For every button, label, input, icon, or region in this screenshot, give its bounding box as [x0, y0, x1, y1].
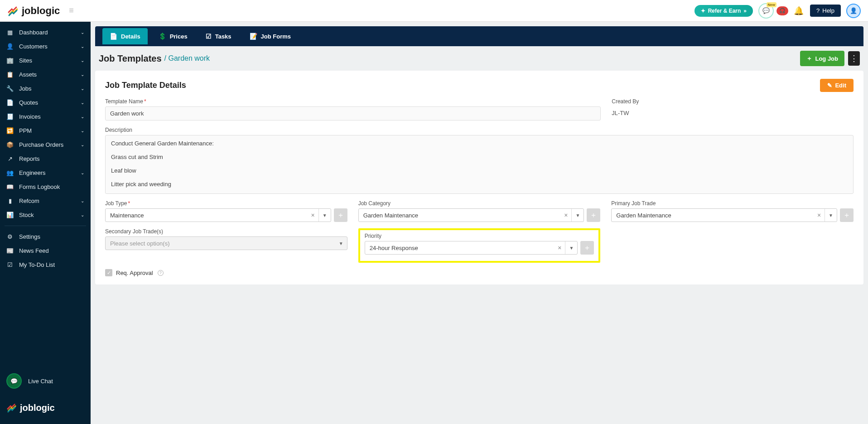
- tab-prices[interactable]: 💲Prices: [151, 26, 195, 46]
- created-by-value: JL-TW: [612, 106, 854, 116]
- sidebar-item-forms-logbook[interactable]: 📖Forms Logbook: [0, 180, 91, 194]
- caret-down-icon[interactable]: ▼: [572, 213, 583, 218]
- chevron-down-icon: ⌄: [81, 44, 84, 49]
- top-bar: joblogic ≡ ✦ Refer & Earn » 💬 New 🎧 🔔 ? …: [0, 0, 868, 22]
- nav-icon: ☑: [6, 261, 14, 268]
- job-type-label: Job Type*: [105, 200, 347, 207]
- sidebar-item-news-feed[interactable]: 📰News Feed: [0, 244, 91, 258]
- add-job-category-button[interactable]: ＋: [587, 208, 600, 222]
- nav-icon: 📰: [6, 247, 14, 254]
- chevron-down-icon: ⌄: [81, 72, 84, 77]
- live-chat-button[interactable]: 💬 Live Chat: [0, 368, 91, 394]
- sidebar-item-sites[interactable]: 🏢Sites⌄: [0, 53, 91, 67]
- sidebar-item-assets[interactable]: 📋Assets⌄: [0, 67, 91, 82]
- nav-icon: ↗: [6, 155, 14, 162]
- nav-icon: 👥: [6, 169, 14, 176]
- sidebar-item-refcom[interactable]: ▮Refcom⌄: [0, 194, 91, 208]
- chat-bubble-button[interactable]: 💬 New: [758, 3, 774, 19]
- sidebar-item-jobs[interactable]: 🔧Jobs⌄: [0, 82, 91, 96]
- notifications-icon[interactable]: 🔔: [794, 6, 804, 16]
- primary-trade-select[interactable]: Garden Maintenance × ▼: [611, 208, 837, 222]
- priority-label: Priority: [365, 233, 594, 239]
- caret-down-icon[interactable]: ▼: [565, 246, 577, 251]
- chevron-down-icon: ⌄: [81, 100, 84, 105]
- edit-button[interactable]: ✎ Edit: [820, 79, 854, 92]
- sidebar-item-invoices[interactable]: 🧾Invoices⌄: [0, 110, 91, 124]
- card-title: Job Template Details: [105, 81, 186, 90]
- req-approval-row: Req. Approval ?: [105, 269, 854, 276]
- chevron-down-icon: ⌄: [81, 86, 84, 91]
- person-icon: 👤: [850, 7, 857, 14]
- sidebar-item-engineers[interactable]: 👥Engineers⌄: [0, 166, 91, 180]
- breadcrumb-row: Job Templates / Garden work ＋ Log Job ⋮: [91, 46, 868, 71]
- tab-details[interactable]: 📄Details: [102, 28, 148, 44]
- sidebar-item-quotes[interactable]: 📄Quotes⌄: [0, 96, 91, 110]
- add-primary-trade-button[interactable]: ＋: [840, 208, 854, 222]
- nav-icon: 📖: [6, 183, 14, 190]
- job-category-label: Job Category: [358, 200, 601, 207]
- info-icon[interactable]: ?: [158, 270, 164, 276]
- user-avatar[interactable]: 👤: [846, 4, 861, 18]
- sidebar-item-ppm[interactable]: 🔁PPM⌄: [0, 124, 91, 138]
- chevron-down-icon: ⌄: [81, 142, 84, 147]
- priority-select[interactable]: 24-hour Response × ▼: [365, 241, 578, 255]
- sidebar-item-reports[interactable]: ↗Reports: [0, 152, 91, 166]
- nav-icon: ▮: [6, 198, 14, 204]
- refer-icon: ✦: [701, 8, 705, 14]
- tab-tasks[interactable]: ☑Tasks: [198, 26, 239, 46]
- clear-icon[interactable]: ×: [554, 241, 565, 254]
- clear-icon[interactable]: ×: [560, 209, 572, 222]
- secondary-trade-select[interactable]: Please select option(s) ▼: [105, 236, 347, 250]
- req-approval-label: Req. Approval: [116, 270, 153, 276]
- question-icon: ?: [816, 7, 820, 14]
- job-category-select[interactable]: Garden Maintenance × ▼: [358, 208, 584, 222]
- sidebar-item-stock[interactable]: 📊Stock⌄: [0, 208, 91, 222]
- brand-logo[interactable]: joblogic: [7, 5, 60, 17]
- tab-icon: ☑: [206, 33, 212, 40]
- tab-icon: 💲: [159, 33, 166, 40]
- tab-job-forms[interactable]: 📝Job Forms: [242, 26, 298, 46]
- breadcrumb-root[interactable]: Job Templates: [99, 53, 162, 64]
- chevron-down-icon: ⌄: [81, 128, 84, 133]
- more-actions-button[interactable]: ⋮: [848, 51, 860, 66]
- help-button[interactable]: ? Help: [810, 5, 841, 17]
- headset-icon: 🎧: [779, 8, 786, 14]
- nav-icon: 🔧: [6, 85, 14, 92]
- req-approval-checkbox[interactable]: [105, 269, 112, 276]
- logo-mark-icon: [7, 5, 19, 17]
- nav-icon: ▦: [6, 29, 14, 36]
- clear-icon[interactable]: ×: [814, 209, 825, 222]
- caret-down-icon[interactable]: ▼: [335, 241, 347, 246]
- add-job-type-button[interactable]: ＋: [334, 208, 347, 222]
- brand-name: joblogic: [22, 5, 60, 17]
- chevron-down-icon: ⌄: [81, 58, 84, 63]
- chevron-down-icon: ⌄: [81, 198, 84, 203]
- sidebar-item-purchase-orders[interactable]: 📦Purchase Orders⌄: [0, 138, 91, 152]
- sidebar-item-my-to-do-list[interactable]: ☑My To-Do List: [0, 258, 91, 272]
- add-priority-button[interactable]: ＋: [580, 241, 594, 255]
- nav-icon: 📋: [6, 71, 14, 78]
- created-by-label: Created By: [612, 98, 854, 105]
- nav-icon: 🏢: [6, 57, 14, 64]
- clear-icon[interactable]: ×: [308, 209, 319, 222]
- job-type-select[interactable]: Maintenance × ▼: [105, 208, 331, 222]
- support-icon-button[interactable]: 🎧: [776, 6, 788, 15]
- menu-toggle-icon[interactable]: ≡: [69, 6, 74, 15]
- description-field: Conduct General Garden Maintenance: Gras…: [105, 135, 854, 194]
- refer-earn-button[interactable]: ✦ Refer & Earn »: [694, 5, 753, 17]
- sidebar-item-dashboard[interactable]: ▦Dashboard⌄: [0, 25, 91, 39]
- nav-icon: 📦: [6, 141, 14, 148]
- new-badge: New: [767, 2, 776, 7]
- sidebar-item-customers[interactable]: 👤Customers⌄: [0, 39, 91, 53]
- chevron-down-icon: ⌄: [81, 114, 84, 119]
- sidebar-item-settings[interactable]: ⚙Settings: [0, 230, 91, 244]
- log-job-button[interactable]: ＋ Log Job: [800, 51, 844, 66]
- main-content: 📄Details💲Prices☑Tasks📝Job Forms Job Temp…: [91, 22, 868, 424]
- caret-down-icon[interactable]: ▼: [825, 213, 837, 218]
- sidebar-footer-logo: joblogic: [0, 394, 91, 424]
- nav-icon: 🔁: [6, 127, 14, 134]
- chevron-right-icon: »: [743, 8, 747, 14]
- chat-icon: 💬: [762, 7, 770, 14]
- secondary-trade-label: Secondary Job Trade(s): [105, 228, 347, 235]
- caret-down-icon[interactable]: ▼: [319, 213, 331, 218]
